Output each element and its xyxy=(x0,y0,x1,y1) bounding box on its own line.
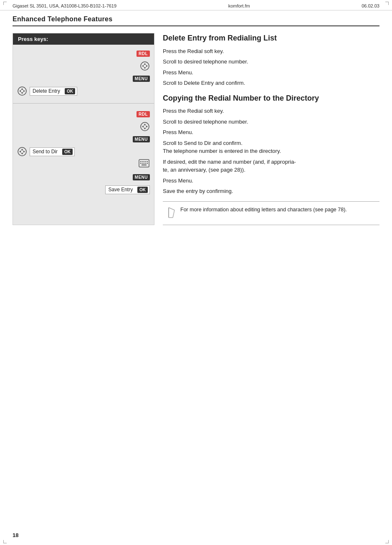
scroll-nav-icon-2 xyxy=(140,122,150,132)
nav-icon-send xyxy=(17,147,27,157)
svg-marker-19 xyxy=(19,151,21,153)
delete-entry-item: Delete Entry OK xyxy=(30,87,77,96)
menu-key-2[interactable]: MENU xyxy=(133,136,150,142)
copy-step-7: Save the entry by confirming. xyxy=(163,187,379,195)
svg-marker-9 xyxy=(19,90,21,92)
svg-rect-23 xyxy=(144,161,146,162)
svg-rect-22 xyxy=(142,161,144,162)
menu-key-row-1: MENU xyxy=(17,73,150,84)
save-entry-ok[interactable]: OK xyxy=(137,187,148,193)
corner-mark-bl xyxy=(3,540,7,543)
svg-marker-11 xyxy=(144,124,146,125)
page-header: Gigaset SL 3501, USA, A31008-L350-B102-1… xyxy=(0,0,392,10)
menu-key-3[interactable]: MENU xyxy=(133,174,150,180)
corner-mark-tl xyxy=(3,2,7,5)
menu-key-1[interactable]: MENU xyxy=(133,76,150,82)
content-panel: Delete Entry from Redialing List Press t… xyxy=(154,33,379,225)
rdl-key-2[interactable]: RDL xyxy=(137,111,150,117)
header-left: Gigaset SL 3501, USA, A31008-L350-B102-1… xyxy=(13,3,116,8)
note-box: For more information about editing lette… xyxy=(163,201,379,225)
svg-marker-12 xyxy=(144,128,146,129)
section-title: Enhanced Telephone Features xyxy=(13,15,379,26)
note-icon xyxy=(167,207,176,221)
delete-step-4: Scroll to Delete Entry and confirm. xyxy=(163,79,379,87)
send-to-dir-ok[interactable]: OK xyxy=(62,149,73,155)
delete-step-1: Press the Redial soft key. xyxy=(163,47,379,56)
svg-marker-7 xyxy=(21,92,23,94)
svg-rect-29 xyxy=(142,165,147,165)
send-to-dir-item: Send to Dir OK xyxy=(30,147,75,156)
svg-marker-18 xyxy=(23,151,25,153)
save-entry-item: Save Entry OK xyxy=(105,185,150,194)
svg-rect-26 xyxy=(142,163,144,164)
delete-entry-row: Delete Entry OK xyxy=(17,86,150,96)
svg-marker-1 xyxy=(144,63,146,65)
svg-rect-21 xyxy=(140,161,142,162)
delete-entry-ok[interactable]: OK xyxy=(65,88,75,94)
delete-step-2: Scroll to desired telephone number. xyxy=(163,58,379,66)
scroll-nav-icon-1 xyxy=(140,61,150,71)
svg-marker-2 xyxy=(144,67,146,69)
copy-entry-keys: RDL MENU xyxy=(13,105,154,200)
svg-rect-25 xyxy=(140,163,142,164)
press-keys-panel: Press keys: RDL xyxy=(13,33,154,225)
two-column-layout: Press keys: RDL xyxy=(13,33,379,225)
copy-step-5: If desired, edit the name and number (an… xyxy=(163,158,379,174)
svg-marker-16 xyxy=(21,149,23,150)
svg-marker-3 xyxy=(146,65,148,67)
press-keys-header: Press keys: xyxy=(13,33,154,45)
svg-marker-17 xyxy=(21,153,23,155)
svg-rect-28 xyxy=(147,163,148,164)
keyboard-icon xyxy=(138,159,150,170)
delete-heading: Delete Entry from Redialing List xyxy=(163,34,379,43)
note-text: For more information about editing lette… xyxy=(180,206,347,214)
corner-mark-br xyxy=(385,540,389,543)
copy-step-1: Press the Redial soft key. xyxy=(163,107,379,115)
svg-marker-4 xyxy=(142,65,144,67)
header-center: komfort.fm xyxy=(228,3,250,8)
save-entry-label: Save Entry xyxy=(108,187,133,193)
corner-mark-tr xyxy=(385,2,389,5)
main-content: Enhanced Telephone Features Press keys: … xyxy=(0,10,392,233)
rdl-key-row-2: RDL xyxy=(17,109,150,119)
delete-step-3: Press Menu. xyxy=(163,68,379,77)
page-number: 18 xyxy=(13,532,18,538)
delete-entry-nav: Delete Entry OK xyxy=(17,86,77,96)
rdl-key-row-1: RDL xyxy=(17,48,150,59)
copy-heading: Copying the Redial Number to the Directo… xyxy=(163,94,379,103)
delete-entry-label: Delete Entry xyxy=(33,88,60,94)
svg-marker-14 xyxy=(142,126,144,128)
send-to-dir-nav: Send to Dir OK xyxy=(17,147,75,157)
svg-marker-8 xyxy=(23,90,25,92)
copy-step-4: Scroll to Send to Dir and confirm.The te… xyxy=(163,139,379,155)
menu-key-row-3: MENU xyxy=(17,172,150,183)
copy-step-6: Press Menu. xyxy=(163,177,379,185)
header-right: 06.02.03 xyxy=(362,3,379,8)
section-divider xyxy=(13,103,154,104)
send-to-dir-label: Send to Dir xyxy=(33,149,58,155)
save-entry-row: Save Entry OK xyxy=(17,184,150,195)
scroll-nav-row-1 xyxy=(17,61,150,71)
svg-marker-6 xyxy=(21,88,23,90)
copy-step-3: Press Menu. xyxy=(163,128,379,137)
svg-rect-24 xyxy=(147,161,148,162)
copy-step-2: Scroll to desired telephone number. xyxy=(163,118,379,126)
menu-key-row-2: MENU xyxy=(17,134,150,144)
nav-icon-delete xyxy=(17,86,27,96)
rdl-key-1[interactable]: RDL xyxy=(137,51,150,57)
delete-entry-keys: RDL MENU xyxy=(13,45,154,101)
svg-line-31 xyxy=(169,208,175,210)
svg-line-33 xyxy=(173,210,175,218)
keyboard-icon-row xyxy=(17,159,150,170)
svg-rect-27 xyxy=(144,163,146,164)
scroll-nav-row-2 xyxy=(17,121,150,132)
svg-marker-13 xyxy=(146,126,148,128)
send-to-dir-row: Send to Dir OK xyxy=(17,146,150,157)
